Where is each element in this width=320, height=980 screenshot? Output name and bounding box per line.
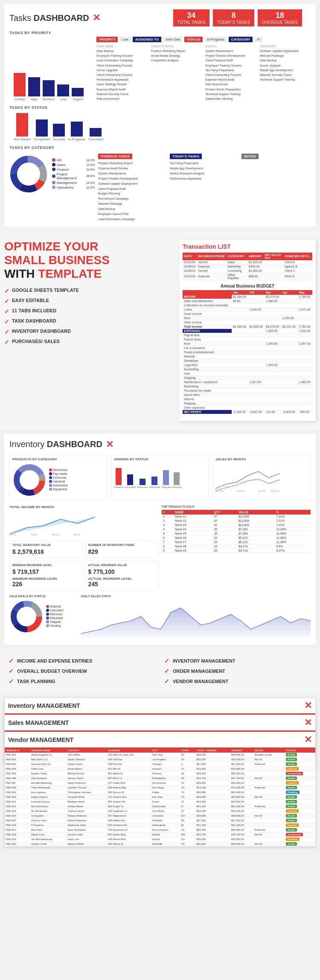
products-chart-box: PRODUCTS BY CATEGORY Electronics Pay med… [9, 454, 108, 500]
feature-item-5: ✓ ORDER MANAGEMENT [164, 668, 311, 675]
table-row: 3None #347$12,8347.21% [162, 523, 311, 527]
bar [36, 119, 48, 137]
status-bar-chart: Not Started Completed On-Hold In-Progres… [9, 111, 311, 141]
inv-close-icon[interactable]: ✕ [304, 700, 312, 711]
bar [43, 80, 55, 96]
table-row: Travel & entertainment [183, 350, 312, 354]
feature-item-1: ✓ INCOME AND EXPENSE ENTRIES [9, 657, 156, 664]
budget-section: Annual Business BUDGET Jan Feb Mar Apr M… [183, 284, 312, 414]
table-row: NET PROFIT -1,184.00-2,847.00121.00-3,90… [183, 410, 312, 414]
dashboard-header: Tasks DASHBOARD ✕ 34 TOTAL TASKS 8 TODAY… [9, 9, 311, 26]
bar [71, 122, 83, 137]
bar-group: High [28, 77, 40, 101]
table-row: Other income [183, 320, 312, 324]
bar [72, 88, 84, 96]
table-row: Car & insurance [183, 346, 312, 350]
table-row: 01/01/24IncomeSales$1,200.00Client A [183, 260, 312, 265]
table-row: VND-004Delta CorpEmily Wilson321 Elm StH… [5, 766, 315, 771]
features-section: ✓ INCOME AND EXPENSE ENTRIES ✓ INVENTORY… [0, 649, 320, 693]
task-columns: TASK NAME Data BackupEmployee Training S… [96, 45, 311, 101]
marketing-headline: OPTIMIZE YOUR SMALL BUSINESS WITH TEMPLA… [4, 240, 172, 281]
table-row: VND-003Gamma Parts IncRobert Davis789 Pi… [5, 762, 315, 766]
legend-item: Sales14.3% [52, 163, 95, 167]
vendor-close-icon[interactable]: ✕ [304, 734, 312, 745]
bar [14, 73, 26, 96]
table-row: Payroll fees [183, 333, 312, 337]
vendor-mgmt-table: VENDOR ID VENDOR NAME CONTACT ADDRESS CI… [5, 748, 315, 846]
todays-tasks-box: 8 TODAY'S TASKS [213, 9, 254, 26]
checklist-item: ✓TASK DASHBOARD [4, 318, 172, 325]
svg-marker-26 [81, 608, 311, 638]
category-cols: HR14.3% Sales14.3% Finance14.3% Project … [9, 151, 311, 222]
check-icon: ✓ [164, 668, 169, 675]
table-row: 5None #535$7,28312.49% [162, 531, 311, 535]
donut-section: HR14.3% Sales14.3% Finance14.3% Project … [9, 155, 95, 193]
table-row: Maintenance / equipment1,927.001,462.00 [183, 380, 312, 384]
deals-donut [9, 599, 44, 634]
svg-text:Apr 24: Apr 24 [258, 490, 266, 492]
checklist-item: ✓EASY EDITABLE [4, 298, 172, 305]
tasks-col-1: TASK NAME Data BackupEmployee Training S… [96, 45, 147, 101]
products-legend: Electronics Pay media Consumer Industria… [49, 468, 68, 491]
table-row: Loans1,500.001,471.00 [183, 307, 312, 311]
check-icon: ✓ [164, 657, 169, 664]
table-row: Home office [183, 393, 312, 397]
bar [16, 113, 28, 137]
close-icon[interactable]: ✕ [93, 12, 100, 23]
actual-reorder-count-label: ACTUAL REORDER LEVEL [88, 577, 156, 581]
notes-col: NOTES [241, 151, 311, 222]
table-row: Legal fees1,500.00 [183, 363, 312, 367]
table-row: Other expenses [183, 405, 312, 410]
check-icon: ✓ [4, 298, 9, 305]
overdue-today-cols: OVERDUE TASKS Prepare Marketing ReportFi… [98, 151, 311, 222]
sales-line-chart: Jan 24 Feb 24 Apr 24 May 24 [215, 463, 279, 493]
table-row: Accounting [183, 367, 312, 371]
table-row: 6None #625$5,22211.48% [162, 535, 311, 540]
table-row: Shipping [183, 401, 312, 405]
table-row: VND-015Omicron TechDaniel Robinson486 Wi… [5, 818, 315, 823]
feature-item-3: ✓ TASK PLANNING [9, 678, 156, 685]
sales-mgmt-title: Sales MANAGEMENT [8, 719, 69, 726]
table-row: 7None #725$5,22211.48% [162, 540, 311, 544]
filter-row: PRIORITY Low ASSIGNED TO John Doe STATUS… [96, 37, 311, 42]
table-row: 9None #920$3,7198.07% [162, 548, 311, 553]
table-row: Dental/eye [183, 358, 312, 363]
svg-text:Jan 24: Jan 24 [9, 533, 16, 536]
feature-item-4: ✓ INVENTORY MANAGEMENT [164, 657, 311, 664]
table-row: Total income $2,184.00$4,826.00$3,079.00… [183, 324, 312, 329]
sale-deals-box: SALE DEALS BY STATUS Ordered Cancelled R… [9, 595, 78, 640]
inventory-dashboard-section: Inventory DASHBOARD ✕ PRODUCTS BY CATEGO… [4, 434, 316, 645]
sales-close-icon[interactable]: ✕ [304, 717, 312, 728]
table-row: 01/08/24IncomeConsulting$2,800.00Client … [183, 268, 312, 273]
totals-bar: 34 TOTAL TASKS 8 TODAY'S TASKS 18 OVERDU… [173, 9, 302, 26]
table-row: VND-002Beta Tech LLCSarah Johnson456 Oak… [5, 757, 315, 762]
bar-group: In-Progress [68, 122, 85, 141]
tasks-dashboard-section: Tasks DASHBOARD ✕ 34 TOTAL TASKS 8 TODAY… [4, 4, 316, 227]
table-row: VND-016Pi SystemsStephanie Clark624 Ches… [5, 823, 315, 827]
bar-group: Completed [33, 119, 50, 141]
table-row: EXPENSES 1,856.001,532.00 [183, 329, 312, 333]
check-icon: ✓ [9, 678, 14, 685]
legend-item: Finance14.3% [52, 168, 95, 172]
daily-sales-box: DAILY SALES STATS [81, 595, 311, 640]
feature-item-2: ✓ OVERALL BUDGET OVERVIEW [9, 668, 156, 675]
check-icon: ✓ [164, 678, 169, 685]
marketing-text: OPTIMIZE YOUR SMALL BUSINESS WITH TEMPLA… [4, 240, 179, 349]
table-row: Void [183, 371, 312, 375]
transaction-table: DATE INCOME/EXPENSE CATEGORY AMOUNT W/C … [183, 253, 312, 280]
table-row: VND-019Tau ManufacturingKevin Lee246 Bee… [5, 837, 315, 841]
transaction-card-title: Transaction LIST [183, 243, 312, 250]
svg-text:Feb 24: Feb 24 [237, 490, 245, 492]
feature-checklist: ✓GOOGLE SHEETS TEMPLATE ✓EASY EDITABLE ✓… [4, 288, 172, 346]
stats-top-row: TOTAL INCOME BY MONTH Jan 24 Feb 24 Mar … [9, 505, 311, 590]
inventory-items-box: NUMBER OF INVENTORY ITEMS 829 [85, 541, 159, 558]
inv-stats-grid: TOTAL INVENTORY VALUE $ 2,579,616 NUMBER… [9, 541, 158, 590]
bar-group: Cancelled [88, 128, 103, 141]
inv-dashboard-title: Inventory DASHBOARD [9, 439, 102, 449]
checklist-item: ✓11 TABS INCLUDED [4, 308, 172, 315]
table-row: Purchases for resale [183, 388, 312, 393]
min-reorder-count-label: MINIMUM REORDER LEVEL [12, 577, 80, 581]
budget-table: Jan Feb Mar Apr May INCOME $2,184.00$3,0… [183, 290, 312, 414]
inv-close-icon[interactable]: ✕ [106, 439, 113, 450]
check-icon: ✓ [4, 329, 9, 335]
